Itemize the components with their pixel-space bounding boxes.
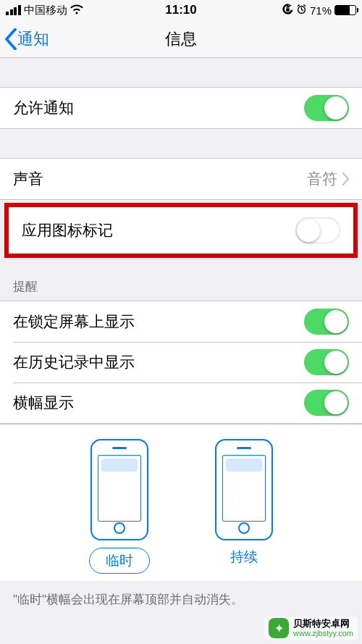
page-title: 信息 [165, 28, 197, 50]
option-label: 临时 [89, 548, 150, 574]
status-bar: 中国移动 11:10 71% [0, 0, 362, 20]
status-left: 中国移动 [6, 4, 83, 17]
status-time: 11:10 [165, 3, 196, 17]
phone-icon [90, 439, 148, 540]
list-sounds: 声音 音符 [0, 158, 362, 200]
row-banners: 横幅显示 [0, 382, 362, 423]
row-label: 横幅显示 [13, 393, 304, 413]
nav-bar: 通知 信息 [0, 20, 362, 58]
banner-style-temporary[interactable]: 临时 [89, 439, 150, 574]
chevron-right-icon [342, 172, 349, 185]
watermark-url: www.zjbstyy.com [293, 629, 353, 637]
row-label: 在历史记录中显示 [13, 352, 304, 372]
wifi-icon [70, 4, 83, 17]
back-button[interactable]: 通知 [4, 28, 49, 50]
battery-percent: 71% [310, 4, 332, 17]
battery-icon [334, 5, 356, 15]
status-right: 71% [282, 4, 356, 17]
row-sounds[interactable]: 声音 音符 [0, 159, 362, 199]
section-header-alerts: 提醒 [0, 258, 362, 301]
row-value: 音符 [307, 169, 337, 189]
watermark-logo-icon: ✦ [269, 618, 289, 638]
chevron-left-icon [4, 28, 17, 50]
highlight-box: 应用图标标记 [4, 203, 358, 258]
battery-fill [335, 6, 350, 14]
back-label: 通知 [17, 28, 49, 50]
signal-bars-icon [6, 5, 21, 15]
row-lock-screen: 在锁定屏幕上显示 [0, 301, 362, 342]
orientation-lock-icon [282, 4, 293, 17]
watermark: ✦ 贝斯特安卓网 www.zjbstyy.com [264, 616, 358, 640]
phone-icon [215, 439, 273, 540]
row-label: 允许通知 [13, 98, 304, 118]
banner-style-picker: 临时 持续 [0, 424, 362, 581]
carrier-label: 中国移动 [24, 4, 67, 17]
alarm-icon [296, 4, 307, 17]
toggle-lock-screen[interactable] [304, 309, 349, 335]
watermark-cn: 贝斯特安卓网 [293, 619, 353, 629]
svg-rect-0 [286, 9, 290, 12]
list-allow: 允许通知 [0, 87, 362, 129]
banner-style-persistent[interactable]: 持续 [215, 439, 273, 574]
row-label: 声音 [13, 169, 307, 189]
toggle-badge[interactable] [295, 217, 340, 243]
toggle-allow-notifications[interactable] [304, 95, 349, 121]
option-label: 持续 [230, 548, 258, 566]
row-allow-notifications: 允许通知 [0, 88, 362, 128]
toggle-history[interactable] [304, 349, 349, 375]
footer-note: "临时"横幅会出现在屏幕顶部并自动消失。 [0, 581, 362, 608]
toggle-banners[interactable] [304, 390, 349, 416]
row-label: 在锁定屏幕上显示 [13, 311, 304, 332]
row-badge: 应用图标标记 [9, 207, 353, 254]
row-label: 应用图标标记 [22, 220, 295, 241]
row-history: 在历史记录中显示 [0, 342, 362, 382]
list-alerts: 在锁定屏幕上显示 在历史记录中显示 横幅显示 [0, 301, 362, 424]
